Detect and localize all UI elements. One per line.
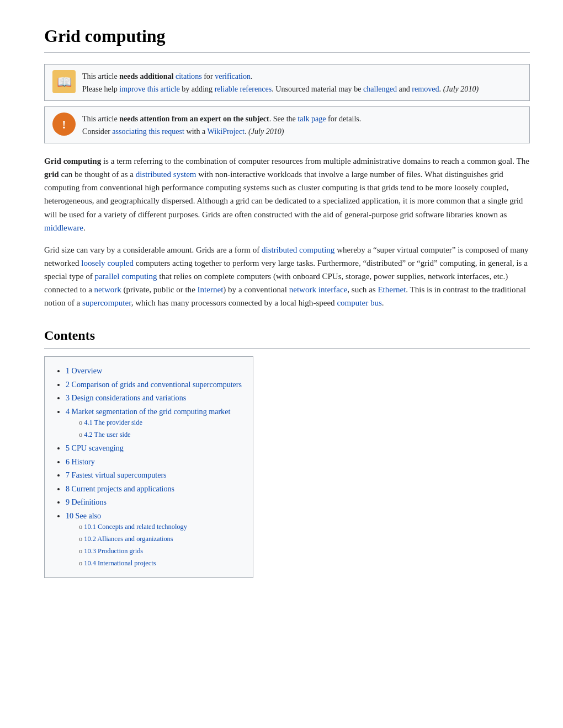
list-item: 4 Market segmentation of the grid comput… bbox=[66, 405, 242, 441]
list-item: 6 History bbox=[66, 456, 242, 468]
expert-notice-title: This article needs attention from an exp… bbox=[82, 113, 522, 125]
toc-sub-list-2: 10.1 Concepts and related technology 10.… bbox=[79, 522, 242, 569]
toc-sub-list: 4.1 The provider side 4.2 The user side bbox=[79, 417, 242, 441]
toc-fastest[interactable]: 7 Fastest virtual supercomputers bbox=[66, 470, 167, 479]
distributed-system-link[interactable]: distributed system bbox=[136, 170, 196, 179]
toc-provider-side[interactable]: 4.1 The provider side bbox=[84, 419, 142, 426]
loosely-coupled-link[interactable]: loosely coupled bbox=[81, 259, 134, 267]
list-item: 4.2 The user side bbox=[79, 430, 242, 441]
expert-notice-text: This article needs attention from an exp… bbox=[82, 113, 522, 137]
toc-comparison[interactable]: 2 Comparison of grids and conventional s… bbox=[66, 380, 242, 389]
notices-section: 📖 This article needs additional citation… bbox=[44, 64, 530, 143]
list-item: 10.4 International projects bbox=[79, 558, 242, 569]
citations-notice-title: This article needs additional citations … bbox=[82, 70, 522, 83]
network-link[interactable]: network bbox=[94, 285, 121, 294]
ethernet-link[interactable]: Ethernet bbox=[378, 285, 406, 294]
computer-bus-link[interactable]: computer bus bbox=[337, 298, 381, 307]
supercomputer-link[interactable]: supercomputer bbox=[82, 298, 131, 307]
verification-link[interactable]: verification bbox=[215, 72, 251, 81]
contents-list: 1 Overview 2 Comparison of grids and con… bbox=[66, 365, 242, 569]
list-item: 10.3 Production grids bbox=[79, 546, 242, 557]
toc-current-projects[interactable]: 8 Current projects and applications bbox=[66, 484, 174, 493]
intro-paragraph-2: Grid size can vary by a considerable amo… bbox=[44, 243, 530, 309]
list-item: 3 Design considerations and variations bbox=[66, 392, 242, 404]
middleware-link[interactable]: middleware bbox=[44, 223, 83, 232]
toc-cpu-scavenging[interactable]: 5 CPU scavenging bbox=[66, 443, 124, 452]
toc-design[interactable]: 3 Design considerations and variations bbox=[66, 393, 186, 402]
toc-definitions[interactable]: 9 Definitions bbox=[66, 497, 107, 506]
toc-market[interactable]: 4 Market segmentation of the grid comput… bbox=[66, 407, 230, 416]
intro-paragraph-1: Grid computing is a term referring to th… bbox=[44, 154, 530, 234]
removed-link[interactable]: removed bbox=[412, 84, 439, 93]
talk-page-link[interactable]: talk page bbox=[298, 114, 326, 123]
list-item: 9 Definitions bbox=[66, 496, 242, 508]
toc-alliances[interactable]: 10.2 Alliances and organizations bbox=[84, 535, 173, 543]
challenged-link[interactable]: challenged bbox=[363, 84, 397, 93]
contents-box: 1 Overview 2 Comparison of grids and con… bbox=[44, 356, 253, 578]
internet-link[interactable]: Internet bbox=[198, 285, 224, 294]
citations-notice: 📖 This article needs additional citation… bbox=[44, 64, 530, 101]
distributed-computing-link[interactable]: distributed computing bbox=[262, 245, 334, 254]
contents-heading: Contents bbox=[44, 325, 530, 349]
associating-request-link[interactable]: associating this request bbox=[112, 127, 184, 136]
citations-notice-text: This article needs additional citations … bbox=[82, 70, 522, 95]
list-item: 4.1 The provider side bbox=[79, 417, 242, 429]
list-item: 2 Comparison of grids and conventional s… bbox=[66, 378, 242, 391]
toc-history[interactable]: 6 History bbox=[66, 457, 95, 466]
list-item: 10 See also 10.1 Concepts and related te… bbox=[66, 510, 242, 569]
list-item: 1 Overview bbox=[66, 365, 242, 377]
citations-link[interactable]: citations bbox=[176, 72, 202, 81]
book-icon: 📖 bbox=[52, 70, 76, 93]
toc-concepts[interactable]: 10.1 Concepts and related technology bbox=[84, 523, 187, 531]
wikiproject-link[interactable]: WikiProject bbox=[208, 127, 245, 136]
page-title: Grid computing bbox=[44, 22, 530, 53]
toc-see-also[interactable]: 10 See also bbox=[66, 511, 101, 520]
list-item: 7 Fastest virtual supercomputers bbox=[66, 469, 242, 481]
citations-notice-body: Please help improve this article by addi… bbox=[82, 83, 522, 95]
exclamation-icon: ! bbox=[52, 113, 76, 136]
improve-article-link[interactable]: improve this article bbox=[119, 84, 179, 93]
expert-notice: ! This article needs attention from an e… bbox=[44, 106, 530, 143]
parallel-computing-link[interactable]: parallel computing bbox=[94, 272, 157, 281]
toc-user-side[interactable]: 4.2 The user side bbox=[84, 431, 130, 438]
toc-overview[interactable]: 1 Overview bbox=[66, 366, 102, 375]
list-item: 5 CPU scavenging bbox=[66, 442, 242, 454]
reliable-references-link[interactable]: reliable references bbox=[215, 84, 272, 93]
list-item: 10.1 Concepts and related technology bbox=[79, 522, 242, 533]
network-interface-link[interactable]: network interface bbox=[289, 285, 348, 294]
toc-international[interactable]: 10.4 International projects bbox=[84, 559, 156, 567]
expert-notice-body: Consider associating this request with a… bbox=[82, 125, 522, 138]
list-item: 8 Current projects and applications bbox=[66, 483, 242, 495]
toc-production[interactable]: 10.3 Production grids bbox=[84, 547, 143, 555]
list-item: 10.2 Alliances and organizations bbox=[79, 534, 242, 545]
